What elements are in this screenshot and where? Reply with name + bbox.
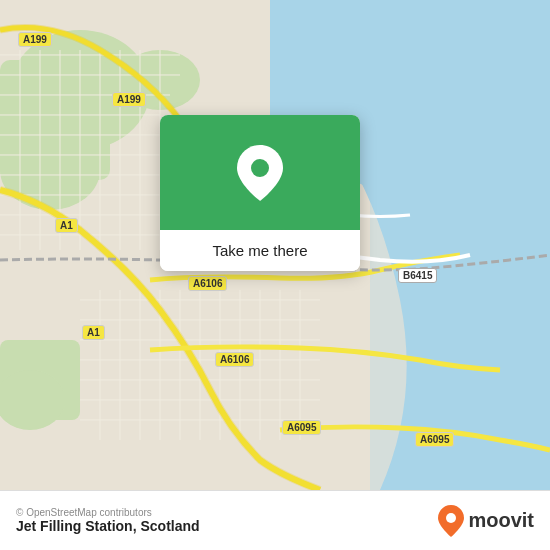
moovit-pin-icon — [438, 505, 464, 537]
map-container: A199 A199 A1 A1 A6106 A6106 B6415 B6415 … — [0, 0, 550, 490]
bottom-left: © OpenStreetMap contributors Jet Filling… — [16, 507, 200, 534]
road-label-b6415-right: B6415 — [398, 268, 437, 283]
road-label-a199-top: A199 — [18, 32, 52, 47]
station-country-text: Scotland — [140, 518, 199, 534]
svg-rect-4 — [0, 60, 110, 180]
take-me-there-button[interactable]: Take me there — [160, 230, 360, 271]
svg-point-44 — [251, 159, 269, 177]
road-label-a1-left: A1 — [55, 218, 78, 233]
station-name: Jet Filling Station, Scotland — [16, 518, 200, 534]
map-attribution: © OpenStreetMap contributors — [16, 507, 200, 518]
road-label-a6095-low: A6095 — [282, 420, 321, 435]
location-pin-icon — [237, 145, 283, 201]
road-label-a1-mid: A1 — [82, 325, 105, 340]
road-label-a6106-mid: A6106 — [188, 276, 227, 291]
svg-point-45 — [446, 513, 456, 523]
bottom-bar: © OpenStreetMap contributors Jet Filling… — [0, 490, 550, 550]
road-label-a6106-low: A6106 — [215, 352, 254, 367]
popup-header — [160, 115, 360, 230]
moovit-logo: moovit — [438, 505, 534, 537]
popup-card: Take me there — [160, 115, 360, 271]
road-label-a6095-right: A6095 — [415, 432, 454, 447]
road-label-a199-mid: A199 — [112, 92, 146, 107]
station-name-text: Jet Filling Station — [16, 518, 133, 534]
moovit-text: moovit — [468, 509, 534, 532]
